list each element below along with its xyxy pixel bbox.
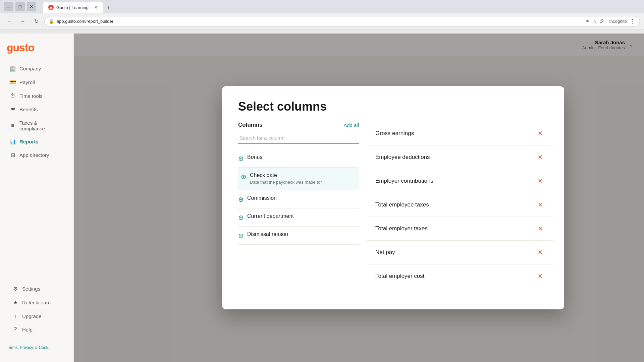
current-dept-column-name: Current department [247,213,294,219]
browser-navbar: ← → ↻ 🔒 app.gusto.com/report_builder 👁 ☆… [0,13,644,29]
menu-button[interactable]: ⋮ [630,18,636,25]
columns-panel: Columns Add all ⊕ Bonus [238,122,359,309]
sidebar-item-benefits-label: Benefits [19,107,38,112]
sidebar-item-taxes-label: Taxes & compliance [19,120,64,131]
sidebar-item-refer-earn[interactable]: ★ Refer & earn [5,296,68,309]
dismissal-column-name: Dismissal reason [247,231,288,237]
sidebar-item-company[interactable]: 🏢 Company [3,62,71,75]
minimize-button[interactable]: — [4,2,13,11]
select-columns-modal: Select columns Columns Add all ⊕ [222,86,564,309]
sidebar-item-settings[interactable]: ⚙ Settings [5,282,68,295]
add-check-date-icon: ⊕ [241,173,247,181]
list-item[interactable]: ⊕ Current department [238,208,359,227]
check-date-column: Check date Date that the paycheck was ma… [250,172,322,185]
bonus-column-name: Bonus [247,154,262,160]
browser-titlebar: — □ ✕ g Gusto | Learning ✕ + [0,0,644,13]
refresh-button[interactable]: ↻ [31,16,42,27]
add-current-dept-icon: ⊕ [238,214,244,222]
app-layout: gusto 🏢 Company 💳 Payroll ⏱ Time tools ❤… [0,34,644,362]
address-bar-url: app.gusto.com/report_builder [57,19,113,24]
selected-item-gross-earnings: Gross earnings ✕ [367,122,553,145]
search-input[interactable] [238,132,359,144]
logo: gusto [0,42,73,62]
list-item[interactable]: ⊕ Commission [238,190,359,208]
sidebar-footer: Terms, Privacy, & Cook... [0,341,73,354]
app-directory-icon: ⊞ [9,152,16,158]
remove-gross-earnings-button[interactable]: ✕ [535,128,545,138]
sidebar-item-benefits[interactable]: ❤ Benefits [3,103,71,116]
bonus-column: Bonus [247,154,262,160]
sidebar-item-help[interactable]: ? Help [5,323,68,336]
add-all-link[interactable]: Add all [343,122,359,128]
selected-item-total-employer-cost: Total employer cost ✕ [367,264,553,288]
refer-earn-icon: ★ [12,299,19,306]
list-item[interactable]: ⊕ Bonus [238,149,359,168]
remove-net-pay-button[interactable]: ✕ [535,247,545,257]
taxes-icon: ≡ [9,123,16,129]
remove-employee-deductions-button[interactable]: ✕ [535,152,545,162]
upgrade-icon: ↑ [12,313,19,319]
tab-close-button[interactable]: ✕ [94,5,98,10]
star-icon[interactable]: ☆ [593,19,597,24]
sidebar-item-reports-label: Reports [19,139,39,144]
remove-total-employee-taxes-button[interactable]: ✕ [535,200,545,210]
address-bar[interactable]: 🔒 app.gusto.com/report_builder 👁 ☆ 🗗 Inc… [44,16,640,27]
selected-item-total-employer-taxes: Total employer taxes ✕ [367,217,553,241]
sidebar-item-reports[interactable]: 📊 Reports [3,135,71,148]
sidebar-item-payroll[interactable]: 💳 Payroll [3,76,71,89]
sidebar-item-time-tools[interactable]: ⏱ Time tools [3,89,71,102]
time-tools-icon: ⏱ [9,93,16,99]
sidebar-item-upgrade[interactable]: ↑ Upgrade [5,310,68,322]
incognito-label: Incognito [609,19,627,24]
selected-item-employee-deductions: Employee deductions ✕ [367,145,553,169]
privacy-link[interactable]: Privacy [20,345,33,350]
employer-contributions-label: Employer contributions [375,178,433,184]
selected-item-net-pay: Net pay ✕ [367,241,553,264]
cookies-link[interactable]: Cook... [39,345,52,350]
total-employer-taxes-label: Total employer taxes [375,225,428,232]
remove-total-employer-taxes-button[interactable]: ✕ [535,224,545,234]
maximize-button[interactable]: □ [15,2,25,11]
sidebar-item-help-label: Help [22,327,33,333]
close-button[interactable]: ✕ [27,2,36,11]
add-commission-icon: ⊕ [238,195,244,203]
sidebar: gusto 🏢 Company 💳 Payroll ⏱ Time tools ❤… [0,34,74,362]
company-icon: 🏢 [9,65,16,72]
commission-column: Commission [247,195,277,201]
sidebar-item-company-label: Company [19,66,41,71]
selected-item-total-employee-taxes: Total employee taxes ✕ [367,193,553,217]
current-dept-column: Current department [247,213,294,219]
address-bar-icons: 👁 ☆ 🗗 Incognito ⋮ [586,18,636,25]
tab-title: Gusto | Learning [56,5,89,10]
total-employer-cost-label: Total employer cost [375,273,424,280]
dismissal-column: Dismissal reason [247,231,288,237]
columns-scroll-area[interactable]: ⊕ Bonus ⊕ Check date Date that the paych… [238,149,359,309]
sidebar-nav: 🏢 Company 💳 Payroll ⏱ Time tools ❤ Benef… [0,62,73,277]
remove-employer-contributions-button[interactable]: ✕ [535,176,545,186]
list-item[interactable]: ⊕ Check date Date that the paycheck was … [238,168,359,190]
commission-column-name: Commission [247,195,277,201]
selected-item-employer-contributions: Employer contributions ✕ [367,169,553,193]
window-icon[interactable]: 🗗 [599,19,604,24]
browser-tab[interactable]: g Gusto | Learning ✕ [43,2,103,13]
list-item[interactable]: ⊕ Dismissal reason [238,227,359,245]
columns-label: Columns [238,122,263,128]
modal-title: Select columns [238,100,548,114]
terms-link[interactable]: Terms [7,345,18,350]
employee-deductions-label: Employee deductions [375,154,430,161]
back-button[interactable]: ← [4,16,15,27]
modal-body: Columns Add all ⊕ Bonus [222,122,564,309]
tab-bar: g Gusto | Learning ✕ + [39,1,117,13]
sidebar-item-app-directory[interactable]: ⊞ App directory [3,148,71,162]
sidebar-item-taxes[interactable]: ≡ Taxes & compliance [3,117,71,135]
selected-columns-panel: Gross earnings ✕ Employee deductions ✕ E… [367,122,564,309]
new-tab-button[interactable]: + [104,3,113,13]
remove-total-employer-cost-button[interactable]: ✕ [535,271,545,281]
net-pay-label: Net pay [375,249,395,256]
payroll-icon: 💳 [9,79,16,85]
tab-favicon: g [48,5,54,10]
forward-button[interactable]: → [17,16,28,27]
check-date-column-name: Check date [250,172,322,178]
reports-icon: 📊 [9,139,16,144]
sidebar-item-payroll-label: Payroll [19,79,35,85]
